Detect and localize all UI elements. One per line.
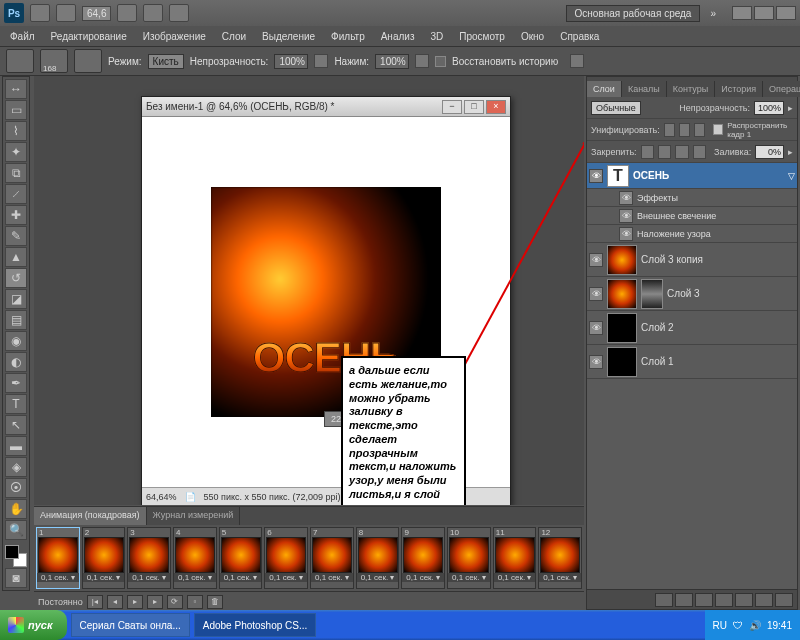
lock-move-icon[interactable] xyxy=(675,145,688,159)
tab-history[interactable]: История xyxy=(715,81,763,97)
workspace-button[interactable]: Основная рабочая среда xyxy=(566,5,701,22)
lock-trans-icon[interactable] xyxy=(641,145,654,159)
minimize-icon[interactable] xyxy=(732,6,752,20)
doc-close-icon[interactable]: × xyxy=(486,100,506,114)
tab-measurement[interactable]: Журнал измерений xyxy=(147,507,241,525)
unify-style-icon[interactable] xyxy=(694,123,705,137)
fill-input[interactable]: 0% xyxy=(755,145,784,159)
menu-image[interactable]: Изображение xyxy=(137,29,212,44)
doc-titlebar[interactable]: Без имени-1 @ 64,6% (ОСЕНЬ, RGB/8) * − □… xyxy=(142,97,510,117)
menu-edit[interactable]: Редактирование xyxy=(45,29,133,44)
flow-input[interactable]: 100% xyxy=(375,54,409,69)
animation-frame[interactable]: 100,1 сек. ▾ xyxy=(447,527,491,589)
mini-bridge-icon[interactable] xyxy=(56,4,76,22)
tray-icon[interactable]: 🔊 xyxy=(749,620,761,631)
next-frame-icon[interactable]: ▸ xyxy=(147,595,163,609)
brush-panel-icon[interactable] xyxy=(74,49,102,73)
visibility-icon[interactable]: 👁 xyxy=(589,287,603,301)
propagate-checkbox[interactable]: ✓ xyxy=(713,124,723,135)
move-tool-icon[interactable]: ↔ xyxy=(5,79,27,99)
layer-item[interactable]: 👁 T ОСЕНЬ ▽ xyxy=(587,163,797,189)
airbrush-icon[interactable] xyxy=(415,54,429,68)
taskbar-item[interactable]: Сериал Сваты онла... xyxy=(71,613,190,637)
doc-maximize-icon[interactable]: □ xyxy=(464,100,484,114)
close-icon[interactable] xyxy=(776,6,796,20)
doc-zoom[interactable]: 64,64% xyxy=(146,492,177,502)
lasso-tool-icon[interactable]: ⌇ xyxy=(5,121,27,141)
view-tool-icon[interactable] xyxy=(117,4,137,22)
prev-frame-icon[interactable]: ◂ xyxy=(107,595,123,609)
pen-tool-icon[interactable]: ✒ xyxy=(5,373,27,393)
visibility-icon[interactable]: 👁 xyxy=(619,209,633,223)
tab-layers[interactable]: Слои xyxy=(587,81,622,97)
color-swatch[interactable] xyxy=(5,545,27,567)
zoom-level[interactable]: 64,6 xyxy=(82,6,111,21)
eyedropper-tool-icon[interactable]: ⟋ xyxy=(5,184,27,204)
animation-frame[interactable]: 50,1 сек. ▾ xyxy=(219,527,263,589)
lock-paint-icon[interactable] xyxy=(658,145,671,159)
visibility-icon[interactable]: 👁 xyxy=(589,321,603,335)
tab-paths[interactable]: Контуры xyxy=(667,81,715,97)
layer-item[interactable]: 👁 Слой 1 xyxy=(587,345,797,379)
layer-item[interactable]: 👁 Слой 2 xyxy=(587,311,797,345)
start-button[interactable]: пуск xyxy=(0,610,67,640)
animation-frame[interactable]: 30,1 сек. ▾ xyxy=(127,527,171,589)
menu-help[interactable]: Справка xyxy=(554,29,605,44)
quickmask-icon[interactable]: ◙ xyxy=(5,568,27,588)
zoom-tool-icon[interactable]: 🔍 xyxy=(5,520,27,540)
doc-minimize-icon[interactable]: − xyxy=(442,100,462,114)
path-tool-icon[interactable]: ↖ xyxy=(5,415,27,435)
menu-analysis[interactable]: Анализ xyxy=(375,29,421,44)
chevron-right-icon[interactable]: ▸ xyxy=(788,103,793,113)
adjustment-layer-icon[interactable] xyxy=(715,593,733,607)
arrange-icon[interactable] xyxy=(143,4,163,22)
screen-mode-icon[interactable] xyxy=(169,4,189,22)
history-brush-tool-icon[interactable]: ↺ xyxy=(5,268,27,288)
maximize-icon[interactable] xyxy=(754,6,774,20)
lock-all-icon[interactable] xyxy=(693,145,706,159)
animation-frame[interactable]: 10,1 сек. ▾ xyxy=(36,527,80,589)
link-layers-icon[interactable] xyxy=(655,593,673,607)
menu-file[interactable]: Файл xyxy=(4,29,41,44)
unify-vis-icon[interactable] xyxy=(679,123,690,137)
marquee-tool-icon[interactable]: ▭ xyxy=(5,100,27,120)
visibility-icon[interactable]: 👁 xyxy=(589,169,603,183)
lang-indicator[interactable]: RU xyxy=(713,620,727,631)
tab-actions[interactable]: Операции xyxy=(763,81,800,97)
animation-frame[interactable]: 20,1 сек. ▾ xyxy=(82,527,126,589)
layer-fx-icon[interactable] xyxy=(675,593,693,607)
menu-filter[interactable]: Фильтр xyxy=(325,29,371,44)
brush-tool-icon[interactable]: ✎ xyxy=(5,226,27,246)
opacity-pressure-icon[interactable] xyxy=(314,54,328,68)
layer-mask-icon[interactable] xyxy=(695,593,713,607)
tab-channels[interactable]: Каналы xyxy=(622,81,667,97)
history-checkbox[interactable] xyxy=(435,56,446,67)
mode-select[interactable]: Кисть xyxy=(148,54,184,69)
layer-group-icon[interactable] xyxy=(735,593,753,607)
menu-select[interactable]: Выделение xyxy=(256,29,321,44)
new-layer-icon[interactable] xyxy=(755,593,773,607)
layer-effect-glow[interactable]: 👁 Внешнее свечение xyxy=(587,207,797,225)
eraser-tool-icon[interactable]: ◪ xyxy=(5,289,27,309)
layer-effects-header[interactable]: 👁 Эффекты xyxy=(587,189,797,207)
layer-effect-pattern[interactable]: 👁 Наложение узора xyxy=(587,225,797,243)
animation-frame[interactable]: 110,1 сек. ▾ xyxy=(493,527,537,589)
unify-pos-icon[interactable] xyxy=(664,123,675,137)
new-frame-icon[interactable]: ▫ xyxy=(187,595,203,609)
menu-3d[interactable]: 3D xyxy=(424,29,449,44)
animation-frame[interactable]: 120,1 сек. ▾ xyxy=(538,527,582,589)
bridge-icon[interactable] xyxy=(30,4,50,22)
layer-item[interactable]: 👁 Слой 3 копия xyxy=(587,243,797,277)
first-frame-icon[interactable]: |◂ xyxy=(87,595,103,609)
menu-layer[interactable]: Слои xyxy=(216,29,252,44)
gradient-tool-icon[interactable]: ▤ xyxy=(5,310,27,330)
blend-mode-select[interactable]: Обычные xyxy=(591,101,641,115)
visibility-icon[interactable]: 👁 xyxy=(619,227,633,241)
delete-layer-icon[interactable] xyxy=(775,593,793,607)
crop-tool-icon[interactable]: ⧉ xyxy=(5,163,27,183)
animation-frame[interactable]: 90,1 сек. ▾ xyxy=(401,527,445,589)
dodge-tool-icon[interactable]: ◐ xyxy=(5,352,27,372)
animation-frame[interactable]: 80,1 сек. ▾ xyxy=(356,527,400,589)
stamp-tool-icon[interactable]: ▲ xyxy=(5,247,27,267)
tab-animation[interactable]: Анимация (покадровая) xyxy=(34,507,147,525)
